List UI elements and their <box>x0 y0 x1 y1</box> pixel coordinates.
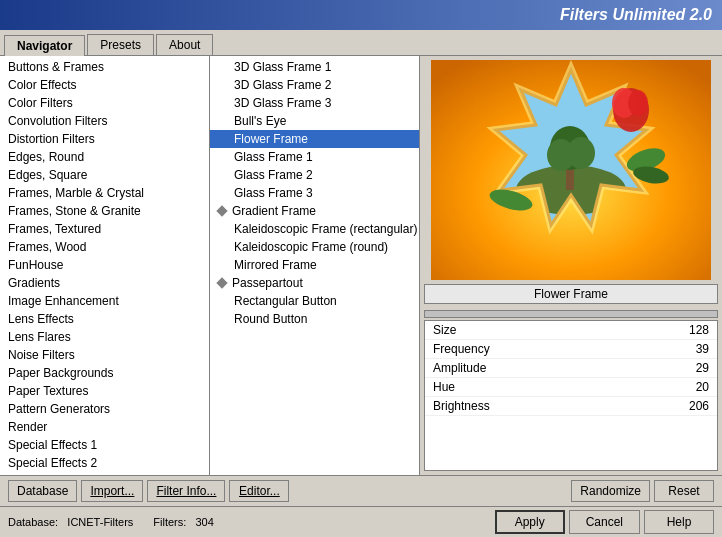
left-panel-item[interactable]: Render <box>0 418 209 436</box>
param-row: Hue20 <box>425 378 717 397</box>
left-panel-item[interactable]: Pattern Generators <box>0 400 209 418</box>
middle-panel-item-label: Round Button <box>234 312 307 326</box>
middle-panel-item-label: 3D Glass Frame 2 <box>234 78 331 92</box>
middle-panel-item-label: Glass Frame 1 <box>234 150 313 164</box>
left-panel-item[interactable]: Noise Filters <box>0 346 209 364</box>
editor-button[interactable]: Editor... <box>229 480 289 502</box>
item-spacer <box>218 241 230 253</box>
cancel-button[interactable]: Cancel <box>569 510 640 534</box>
middle-panel-item-label: 3D Glass Frame 1 <box>234 60 331 74</box>
svg-point-6 <box>567 137 595 169</box>
tab-about[interactable]: About <box>156 34 213 55</box>
left-panel-item[interactable]: Special Effects 1 <box>0 436 209 454</box>
left-panel-item[interactable]: Color Effects <box>0 76 209 94</box>
middle-panel-item[interactable]: Round Button <box>210 310 419 328</box>
middle-panel-item[interactable]: Passepartout <box>210 274 419 292</box>
middle-panel-item-label: Rectangular Button <box>234 294 337 308</box>
item-spacer <box>218 97 230 109</box>
middle-panel-item[interactable]: Rectangular Button <box>210 292 419 310</box>
help-button[interactable]: Help <box>644 510 714 534</box>
middle-panel-item-label: Flower Frame <box>234 132 308 146</box>
left-panel-item[interactable]: Edges, Round <box>0 148 209 166</box>
params-table: Size128Frequency39Amplitude29Hue20Bright… <box>424 320 718 471</box>
left-panel-item[interactable]: Convolution Filters <box>0 112 209 130</box>
database-label: Database: ICNET-Filters <box>8 516 133 528</box>
middle-panel-item-label: 3D Glass Frame 3 <box>234 96 331 110</box>
item-spacer <box>218 313 230 325</box>
left-panel-item[interactable]: Frames, Stone & Granite <box>0 202 209 220</box>
middle-panel-item[interactable]: 3D Glass Frame 1 <box>210 58 419 76</box>
param-name: Brightness <box>433 399 669 413</box>
reset-button[interactable]: Reset <box>654 480 714 502</box>
middle-panel-item-label: Glass Frame 2 <box>234 168 313 182</box>
left-panel-item[interactable]: FunHouse <box>0 256 209 274</box>
param-value: 206 <box>669 399 709 413</box>
middle-panel-item[interactable]: Glass Frame 1 <box>210 148 419 166</box>
left-panel-item[interactable]: Buttons & Frames <box>0 58 209 76</box>
left-panel-item[interactable]: Special Effects 2 <box>0 454 209 472</box>
param-name: Frequency <box>433 342 669 356</box>
param-value: 39 <box>669 342 709 356</box>
param-name: Hue <box>433 380 669 394</box>
left-panel-item[interactable]: Color Filters <box>0 94 209 112</box>
param-name: Size <box>433 323 669 337</box>
item-spacer <box>218 223 230 235</box>
left-panel-item[interactable]: Frames, Marble & Crystal <box>0 184 209 202</box>
database-button[interactable]: Database <box>8 480 77 502</box>
left-panel: Buttons & FramesColor EffectsColor Filte… <box>0 56 210 475</box>
middle-panel-item[interactable]: Kaleidoscopic Frame (rectangular) <box>210 220 419 238</box>
param-value: 29 <box>669 361 709 375</box>
left-panel-item[interactable]: Paper Backgrounds <box>0 364 209 382</box>
preview-label: Flower Frame <box>424 284 718 304</box>
left-panel-item[interactable]: Frames, Wood <box>0 238 209 256</box>
middle-panel-item-label: Gradient Frame <box>232 204 316 218</box>
middle-panel-item[interactable]: Glass Frame 3 <box>210 184 419 202</box>
left-panel-item[interactable]: Image Enhancement <box>0 292 209 310</box>
param-row: Frequency39 <box>425 340 717 359</box>
middle-panel-item[interactable]: Mirrored Frame <box>210 256 419 274</box>
tab-presets[interactable]: Presets <box>87 34 154 55</box>
middle-panel-item[interactable]: 3D Glass Frame 3 <box>210 94 419 112</box>
left-panel-item[interactable]: Frames, Textured <box>0 220 209 238</box>
middle-panel-item[interactable]: Bull's Eye <box>210 112 419 130</box>
middle-panel-item-label: Kaleidoscopic Frame (round) <box>234 240 388 254</box>
randomize-button[interactable]: Randomize <box>571 480 650 502</box>
middle-panel-item[interactable]: Gradient Frame <box>210 202 419 220</box>
left-panel-item[interactable]: Paper Textures <box>0 382 209 400</box>
left-panel-item[interactable]: Lens Flares <box>0 328 209 346</box>
apply-button[interactable]: Apply <box>495 510 565 534</box>
item-spacer <box>218 133 230 145</box>
filter-info-button[interactable]: Filter Info... <box>147 480 225 502</box>
middle-panel: 3D Glass Frame 13D Glass Frame 23D Glass… <box>210 56 420 475</box>
svg-point-9 <box>628 90 648 116</box>
left-panel-item[interactable]: Distortion Filters <box>0 130 209 148</box>
bottom-toolbar: Database Import... Filter Info... Editor… <box>0 475 722 506</box>
filters-label: Filters: 304 <box>153 516 214 528</box>
item-spacer <box>218 151 230 163</box>
item-spacer <box>218 169 230 181</box>
item-spacer <box>218 295 230 307</box>
preview-canvas <box>431 60 711 280</box>
middle-panel-item[interactable]: Kaleidoscopic Frame (round) <box>210 238 419 256</box>
middle-panel-item[interactable]: Glass Frame 2 <box>210 166 419 184</box>
item-spacer <box>218 259 230 271</box>
param-name: Amplitude <box>433 361 669 375</box>
item-spacer <box>218 79 230 91</box>
diamond-icon <box>216 205 227 216</box>
left-panel-item[interactable]: Gradients <box>0 274 209 292</box>
middle-panel-item[interactable]: 3D Glass Frame 2 <box>210 76 419 94</box>
left-panel-item[interactable]: Lens Effects <box>0 310 209 328</box>
left-panel-item[interactable]: Edges, Square <box>0 166 209 184</box>
middle-panel-item-label: Mirrored Frame <box>234 258 317 272</box>
item-spacer <box>218 61 230 73</box>
middle-panel-item[interactable]: Flower Frame <box>210 130 419 148</box>
status-bar: Database: ICNET-Filters Filters: 304 App… <box>0 506 722 537</box>
param-row: Amplitude29 <box>425 359 717 378</box>
tab-navigator[interactable]: Navigator <box>4 35 85 56</box>
item-spacer <box>218 187 230 199</box>
right-panel: Flower Frame Size128Frequency39Amplitude… <box>420 56 722 475</box>
middle-panel-item-label: Glass Frame 3 <box>234 186 313 200</box>
params-scrollbar[interactable] <box>424 310 718 318</box>
tab-bar: Navigator Presets About <box>0 30 722 56</box>
import-button[interactable]: Import... <box>81 480 143 502</box>
